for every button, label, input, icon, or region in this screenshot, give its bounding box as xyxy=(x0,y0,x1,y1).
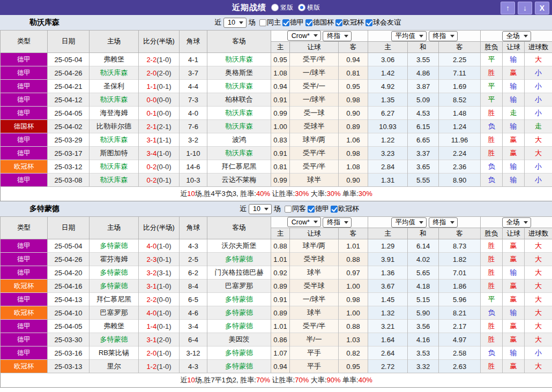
radio-icon-horizontal[interactable] xyxy=(299,4,305,11)
crow-handicap: 受平/半 xyxy=(290,160,339,174)
bookmaker-select[interactable]: Crow* xyxy=(287,217,321,227)
average-select[interactable]: 平均值 xyxy=(391,217,427,228)
avg-draw-odds: 5.65 xyxy=(408,266,439,280)
crow-handicap: 受平/半 xyxy=(290,320,339,333)
checkbox-label: 德甲 xyxy=(315,204,329,214)
crow-home-odds: 0.91 xyxy=(271,147,290,160)
crow-odds-stage-select[interactable]: 终指 xyxy=(323,31,352,41)
half-score: (0-0) xyxy=(156,109,171,117)
avg-away-odds: 7.01 xyxy=(439,266,481,280)
result-goals: 大 xyxy=(525,333,552,346)
result-group: 全场 xyxy=(481,217,552,228)
filter-checkbox[interactable]: 德甲 xyxy=(282,18,304,27)
crow-home-odds: 0.94 xyxy=(271,360,290,373)
close-button[interactable]: X xyxy=(535,2,549,14)
avg-away-odds: 1.86 xyxy=(439,280,481,293)
crow-handicap: 受半球 xyxy=(290,280,339,293)
competition-badge: 德甲 xyxy=(1,253,48,266)
crow-handicap: 受一球 xyxy=(290,107,339,120)
chevron-down-icon xyxy=(524,35,528,37)
crow-home-odds: 0.99 xyxy=(271,174,290,187)
filter-bar: 近 10 场 同主德甲德国杯欧冠杯球会友谊 xyxy=(214,18,401,28)
competition-badge: 德甲 xyxy=(1,107,48,120)
competition-badge: 德甲 xyxy=(1,147,48,160)
result-wdl: 胜 xyxy=(481,133,503,147)
match-date: 25-04-05 xyxy=(48,320,89,333)
away-team: 多特蒙德 xyxy=(207,293,271,306)
score-cell: 1-1(0-1) xyxy=(139,80,180,93)
checkbox-icon[interactable] xyxy=(335,19,342,26)
table-row: 德甲25-04-05弗赖堡1-4(0-1)3-4多特蒙德1.01受平/半0.88… xyxy=(1,320,552,333)
filter-checkbox[interactable]: 欧冠杯 xyxy=(331,204,359,214)
competition-badge: 德甲 xyxy=(1,333,48,346)
average-stage-select[interactable]: 终指 xyxy=(429,217,458,228)
checkbox-icon[interactable] xyxy=(365,19,372,26)
competition-badge: 德甲 xyxy=(1,93,48,107)
match-date: 25-04-20 xyxy=(48,266,89,280)
avg-away-odds: 2.63 xyxy=(439,360,481,373)
avg-draw-odds: 5.55 xyxy=(408,174,439,187)
score-cell: 4-0(1-0) xyxy=(139,239,180,253)
col-home: 主场 xyxy=(89,31,139,53)
match-count-select[interactable]: 10 xyxy=(223,18,247,28)
summary-line: 近10场,胜7平1负2, 胜率:70% 让胜率:70% 大率:90% 单率:40… xyxy=(1,373,552,388)
checkbox-icon[interactable] xyxy=(305,19,312,26)
filter-checkbox[interactable]: 德国杯 xyxy=(305,18,334,27)
filter-checkbox[interactable]: 球会友谊 xyxy=(365,18,401,27)
filter-checkbox[interactable]: 同客 xyxy=(285,204,306,214)
full-score: 1-1 xyxy=(146,82,156,91)
checkbox-icon[interactable] xyxy=(331,206,338,213)
avg-away-odds: 8.90 xyxy=(439,174,481,187)
result-handicap: 输 xyxy=(503,346,525,360)
average-select[interactable]: 平均值 xyxy=(391,31,427,41)
full-score: 0-2 xyxy=(146,176,156,184)
table-row: 德甲25-04-05海登海姆0-1(0-0)4-0勒沃库森0.99受一球0.90… xyxy=(1,107,552,120)
result-wdl: 负 xyxy=(481,174,503,187)
result-goals: 大 xyxy=(525,253,552,266)
filter-checkbox[interactable]: 欧冠杯 xyxy=(335,18,364,27)
summary-text: 让胜率: xyxy=(270,376,295,384)
result-wdl: 平 xyxy=(481,80,503,93)
checkbox-label: 德国杯 xyxy=(313,18,334,27)
crow-away-odds: 0.81 xyxy=(339,66,368,80)
summary-text: 40% xyxy=(256,190,270,198)
fulltime-select[interactable]: 全场 xyxy=(502,217,531,228)
chevron-down-icon xyxy=(524,221,528,224)
checkbox-icon[interactable] xyxy=(285,206,292,213)
table-row: 德甲25-05-04弗赖堡2-2(1-0)4-1勒沃库森0.95受平/半0.94… xyxy=(1,53,552,66)
score-cell: 2-0(1-0) xyxy=(139,346,180,360)
crow-odds-stage-select[interactable]: 终指 xyxy=(323,217,352,228)
result-handicap: 赢 xyxy=(503,66,525,80)
result-handicap: 赢 xyxy=(503,360,525,373)
games-label: 场 xyxy=(249,18,256,27)
chevron-down-icon xyxy=(314,34,318,37)
avg-draw-odds: 6.15 xyxy=(408,120,439,133)
result-wdl: 胜 xyxy=(481,66,503,80)
filter-checkbox[interactable]: 同主 xyxy=(259,18,281,27)
layout-radio-horizontal[interactable]: 横版 xyxy=(299,3,320,12)
checkbox-icon[interactable] xyxy=(259,19,266,26)
summary-text: 30% xyxy=(295,190,309,198)
move-up-button[interactable]: ↑ xyxy=(501,2,515,14)
bookmaker-select[interactable]: Crow* xyxy=(287,31,321,41)
crow-handicap: 一/球半 xyxy=(290,293,339,306)
checkbox-label: 同主 xyxy=(267,18,281,27)
checkbox-icon[interactable] xyxy=(308,206,315,213)
home-team: 圣保利 xyxy=(89,80,139,93)
half-score: (0-0) xyxy=(156,296,171,304)
fulltime-select[interactable]: 全场 xyxy=(502,31,531,41)
match-count-select[interactable]: 10 xyxy=(249,204,272,214)
crow-home-odds: 1.07 xyxy=(271,346,290,360)
away-team: 奥格斯堡 xyxy=(207,66,271,80)
avg-home-odds: 2.64 xyxy=(368,346,408,360)
move-down-button[interactable]: ↓ xyxy=(518,2,532,14)
subcol-wdl: 胜负 xyxy=(481,42,503,53)
match-date: 25-04-21 xyxy=(48,80,89,93)
average-stage-select[interactable]: 终指 xyxy=(429,31,458,41)
subcol-goals-result: 进球数 xyxy=(525,42,552,53)
subcol-avg-home: 主 xyxy=(368,228,408,239)
layout-radio-vertical[interactable]: 竖版 xyxy=(272,3,293,12)
radio-icon-vertical[interactable] xyxy=(272,4,278,11)
checkbox-icon[interactable] xyxy=(282,19,289,26)
filter-checkbox[interactable]: 德甲 xyxy=(308,204,329,214)
